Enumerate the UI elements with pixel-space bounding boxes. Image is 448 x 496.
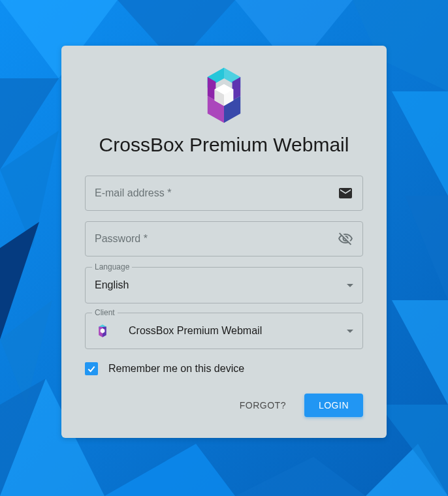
login-button[interactable]: Login [304, 394, 363, 417]
chevron-down-icon [347, 330, 353, 333]
email-label: E-mail address * [95, 187, 338, 199]
remember-checkbox[interactable] [85, 362, 98, 375]
client-legend: Client [92, 308, 118, 317]
client-icon [95, 323, 110, 339]
chevron-down-icon [347, 284, 353, 287]
page-title: CrossBox Premium Webmail [85, 132, 363, 157]
password-field[interactable]: Password * [85, 221, 363, 256]
forgot-button[interactable]: Forgot? [240, 400, 286, 411]
language-legend: Language [92, 262, 132, 271]
remember-label: Remember me on this device [108, 363, 244, 375]
visibility-off-icon[interactable] [338, 231, 353, 247]
remember-row: Remember me on this device [85, 362, 363, 375]
action-row: Forgot? Login [85, 394, 363, 417]
logo [85, 64, 363, 127]
language-select[interactable]: Language English [85, 267, 363, 303]
login-card: CrossBox Premium Webmail E-mail address … [61, 46, 387, 438]
email-field[interactable]: E-mail address * [85, 176, 363, 211]
mail-icon [338, 185, 353, 201]
language-value: English [95, 279, 338, 291]
client-select[interactable]: Client CrossBox Premium Webmail [85, 313, 363, 349]
client-value: CrossBox Premium Webmail [129, 325, 338, 337]
password-label: Password * [95, 233, 338, 245]
